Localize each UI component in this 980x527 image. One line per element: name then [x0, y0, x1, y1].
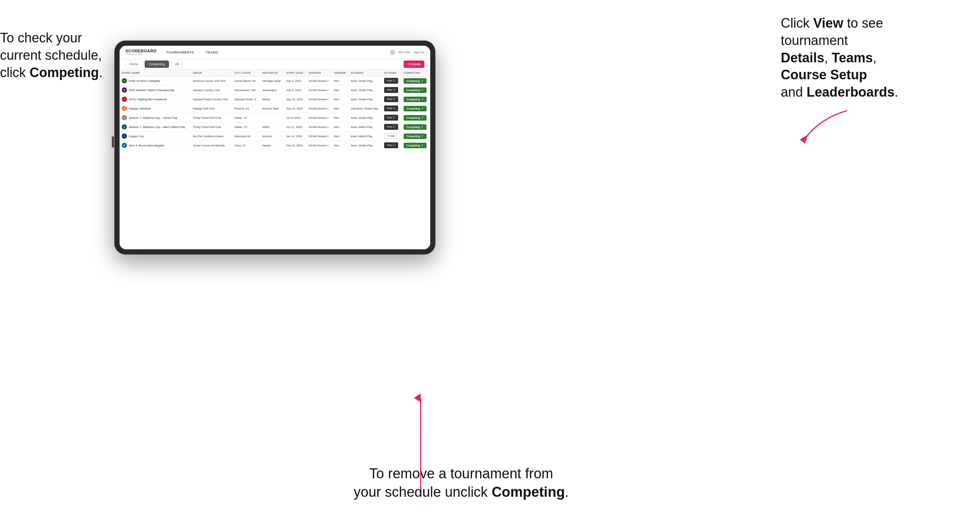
cell-division: NCAA Division I — [307, 113, 332, 122]
event-name-text: Folds of Honor Collegiate — [129, 79, 160, 83]
cell-gender: Men — [332, 141, 349, 150]
competing-button[interactable]: Competing — [404, 133, 427, 139]
team-logo: H — [122, 143, 127, 148]
tab-competing[interactable]: Competing — [145, 60, 169, 68]
cell-start-date: Sep 18, 2023 — [284, 104, 307, 113]
bottom-annotation-bold: Competing — [492, 484, 565, 500]
competing-button[interactable]: Competing — [404, 87, 427, 93]
cell-scoring: team, Stroke Play — [349, 76, 382, 86]
cell-hosted-by: Arizona State — [260, 104, 284, 113]
cell-city-state: Phoenix, AZ — [232, 104, 260, 113]
competing-button[interactable]: Competing — [404, 106, 427, 111]
cell-competing: Competing — [401, 95, 430, 104]
cell-actions: View ⓘ — [382, 122, 401, 132]
view-button[interactable]: View ⓘ — [384, 142, 398, 148]
toolbar: Home Competing All + Create — [119, 59, 430, 70]
cell-division: NCAA Division I — [307, 132, 332, 141]
competing-button[interactable]: Competing — [404, 115, 427, 121]
col-gender: GENDER — [332, 70, 349, 76]
cell-scoring: individual, Stroke Play — [349, 104, 382, 113]
table-row: H John A. Burns Intercollegiate Ocean Co… — [119, 141, 430, 150]
tournaments-table: EVENT NAME VENUE CITY, STATE HOSTED BY S… — [119, 70, 430, 150]
cell-venue: Olympia Fields Country Club — [190, 95, 232, 104]
scoreboard-powered: Powered by clippi — [126, 53, 156, 55]
event-name-text: John A. Burns Intercollegiate — [129, 144, 164, 147]
table-row: P Papago Individual Papago Golf Club Pho… — [119, 104, 430, 113]
tablet-side-button — [112, 137, 114, 148]
cell-venue: Ocean Course At Hokuala — [190, 141, 232, 150]
edit-button[interactable]: ✏ Edit — [384, 133, 398, 139]
cell-venue: Ak-Chin Southern Dunes — [190, 132, 232, 141]
cell-gender: Men — [332, 86, 349, 95]
cell-city-state: Sammamish, WA — [232, 86, 260, 95]
table-row: S Folds of Honor Collegiate American Dun… — [119, 76, 430, 86]
signout-link[interactable]: Sign out — [414, 51, 424, 54]
table-header-row: EVENT NAME VENUE CITY, STATE HOSTED BY S… — [119, 70, 430, 76]
view-button[interactable]: View ⓘ — [384, 78, 398, 84]
cell-start-date: Feb 15, 2024 — [284, 141, 307, 150]
competing-button[interactable]: Competing — [404, 97, 427, 102]
col-scoring: SCORING — [349, 70, 382, 76]
cell-venue: American Dunes Golf Club — [190, 76, 232, 86]
col-venue: VENUE — [190, 70, 232, 76]
cell-hosted-by: Washington — [260, 86, 284, 95]
cell-event-name: J Jackson T. Stephens Cup – Men's Match … — [119, 122, 190, 132]
cell-actions: View ⓘ — [382, 76, 401, 86]
cell-scoring: team, Stroke Play — [349, 86, 382, 95]
view-button[interactable]: View ⓘ — [384, 124, 398, 130]
left-annotation-bold: Competing — [30, 65, 99, 80]
cell-venue: Sahalee Country Club — [190, 86, 232, 95]
cell-venue: Trinity Forest Golf Club — [190, 122, 232, 132]
cell-hosted-by: Illinois — [260, 95, 284, 104]
competing-button[interactable]: Competing — [404, 143, 427, 148]
cell-event-name: A Copper Cup — [119, 132, 190, 141]
user-label: Test User — [398, 51, 410, 54]
cell-gender: Men — [332, 104, 349, 113]
cell-gender: Men — [332, 122, 349, 132]
competing-button[interactable]: Competing — [404, 78, 427, 84]
cell-competing: Competing — [401, 104, 430, 113]
view-button[interactable]: View ⓘ — [384, 115, 398, 121]
cell-venue: Trinity Forest Golf Club — [190, 113, 232, 122]
cell-event-name: J Jackson T. Stephens Cup – Stroke Play — [119, 113, 190, 122]
cell-scoring: team, Stroke Play — [349, 141, 382, 150]
cell-competing: Competing — [401, 76, 430, 86]
cell-start-date: Sep 15, 2023 — [284, 95, 307, 104]
team-logo: A — [122, 133, 127, 139]
tab-home[interactable]: Home — [126, 60, 142, 68]
cell-hosted-by: Michigan State — [260, 76, 284, 86]
view-button[interactable]: View ⓘ — [384, 96, 398, 102]
col-actions: ACTIONS — [382, 70, 401, 76]
right-annotation-course-setup: Course Setup — [781, 67, 867, 82]
view-button[interactable]: View ⓘ — [384, 87, 398, 93]
team-logo: I — [122, 97, 127, 102]
cell-city-state: Dallas, TX — [232, 122, 260, 132]
bottom-arrow — [406, 390, 435, 494]
nav-tournaments[interactable]: TOURNAMENTS — [164, 49, 196, 56]
cell-start-date: Sep 9, 2023 — [284, 86, 307, 95]
cell-division: NCAA Division I — [307, 104, 332, 113]
col-hosted-by: HOSTED BY — [260, 70, 284, 76]
create-button[interactable]: + Create — [404, 60, 424, 68]
col-competing: COMPETING — [401, 70, 430, 76]
tab-all[interactable]: All — [171, 60, 183, 68]
cell-start-date: Oct 9, 2023 — [284, 113, 307, 122]
table-row: J Jackson T. Stephens Cup – Stroke Play … — [119, 113, 430, 122]
nav-teams[interactable]: TEAMS — [204, 49, 221, 56]
tablet: SCOREBOARD Powered by clippi TOURNAMENTS… — [115, 41, 435, 254]
competing-button[interactable]: Competing — [404, 124, 427, 130]
cell-actions: ✏ Edit — [382, 132, 401, 141]
event-name-text: Copper Cup — [129, 135, 143, 138]
cell-event-name: I OFCC Fighting Illini Invitational — [119, 95, 190, 104]
cell-actions: View ⓘ — [382, 95, 401, 104]
cell-city-state: Olympia Fields, IL — [232, 95, 260, 104]
view-button[interactable]: View ⓘ — [384, 105, 398, 111]
cell-gender: Men — [332, 76, 349, 86]
cell-city-state: Grand Haven, MI — [232, 76, 260, 86]
cell-event-name: S Folds of Honor Collegiate — [119, 76, 190, 86]
tablet-screen: SCOREBOARD Powered by clippi TOURNAMENTS… — [119, 46, 430, 249]
cell-actions: View ⓘ — [382, 141, 401, 150]
user-avatar — [390, 50, 395, 55]
table-row: A Copper Cup Ak-Chin Southern Dunes Mari… — [119, 132, 430, 141]
cell-event-name: H John A. Burns Intercollegiate — [119, 141, 190, 150]
